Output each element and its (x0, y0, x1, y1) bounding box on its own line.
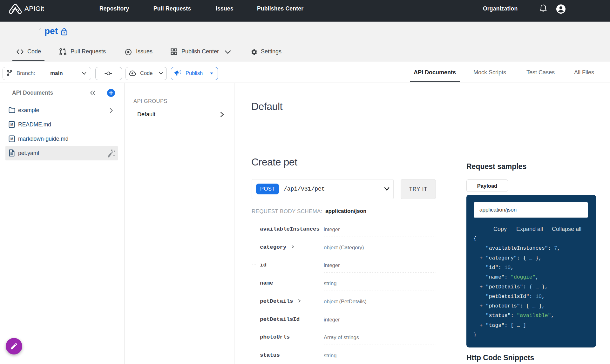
svg-text:M: M (10, 123, 13, 126)
svg-text:M: M (10, 137, 13, 141)
